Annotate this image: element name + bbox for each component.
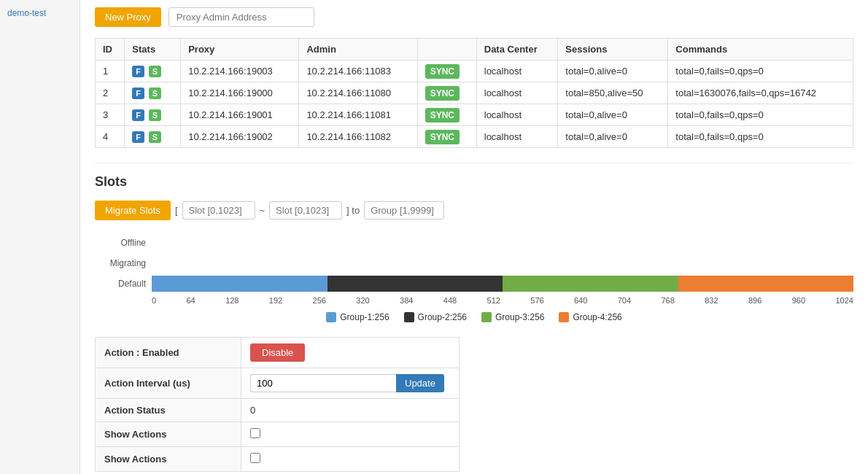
slots-title: Slots [95, 174, 853, 190]
axis-label: 896 [748, 296, 762, 305]
cell-stats: F S [125, 61, 181, 82]
bar-segment-group-2 [328, 276, 503, 292]
cell-commands: total=0,fails=0,qps=0 [668, 61, 853, 82]
offline-label: Offline [95, 238, 146, 248]
legend-label: Group-2:256 [418, 312, 467, 322]
interval-input[interactable] [250, 374, 396, 392]
axis-label: 512 [487, 296, 500, 305]
badge-s: S [149, 66, 161, 77]
migrate-slots-button[interactable]: Migrate Slots [95, 201, 171, 220]
legend-label: Group-4:256 [573, 312, 621, 322]
badge-f: F [132, 88, 144, 99]
default-label: Default [95, 279, 146, 289]
action-enabled-value: Disable [241, 338, 460, 368]
show-actions-checkbox-2[interactable] [250, 453, 260, 463]
table-row: 1 F S 10.2.214.166:19003 10.2.214.166:11… [96, 61, 853, 82]
cell-proxy: 10.2.214.166:19001 [181, 104, 299, 126]
chart-row-migrating: Migrating [95, 255, 853, 271]
axis-labels-container: 0641281922563203844485125766407047688328… [152, 296, 853, 305]
legend-color [559, 312, 569, 322]
show-actions-checkbox-1[interactable] [250, 428, 260, 438]
axis-label: 576 [530, 296, 543, 305]
legend-item: Group-4:256 [559, 312, 621, 322]
cell-admin: 10.2.214.166:11083 [299, 61, 417, 82]
cell-commands: total=1630076,fails=0,qps=16742 [668, 82, 853, 104]
legend-color [326, 312, 336, 322]
cell-proxy: 10.2.214.166:19002 [181, 126, 299, 148]
cell-sync: SYNC [417, 126, 476, 148]
action-enabled-row: Action : Enabled Disable [96, 338, 460, 368]
axis-label: 256 [313, 296, 326, 305]
proxy-table: ID Stats Proxy Admin Data Center Session… [95, 38, 853, 148]
cell-sessions: total=0,alive=0 [558, 61, 668, 82]
axis-label: 320 [356, 296, 369, 305]
legend-color [404, 312, 414, 322]
slot-from-input[interactable] [182, 201, 255, 219]
action-status-value: 0 [241, 399, 460, 422]
axis-label: 640 [574, 296, 587, 305]
badge-f: F [132, 131, 144, 143]
col-admin: Admin [299, 39, 417, 61]
axis-label: 704 [618, 296, 631, 305]
badge-f: F [132, 109, 144, 121]
cell-sync: SYNC [417, 82, 476, 104]
cell-sessions: total=850,alive=50 [558, 82, 668, 104]
axis-label: 384 [400, 296, 413, 305]
sync-badge: SYNC [425, 108, 460, 123]
bar-segment-group-3 [503, 276, 678, 292]
group-input[interactable] [364, 201, 444, 219]
axis-label: 128 [225, 296, 239, 305]
action-interval-value: Update [241, 368, 460, 399]
show-actions-row-2: Show Actions [96, 447, 460, 472]
bar-segment-group-4 [678, 276, 854, 292]
sidebar-demo-test-link[interactable]: demo-test [7, 8, 46, 18]
col-id: ID [96, 39, 125, 61]
proxy-admin-address-input[interactable] [168, 7, 314, 27]
cell-stats: F S [125, 104, 181, 126]
axis-label: 192 [269, 296, 282, 305]
chart-legend: Group-1:256 Group-2:256 Group-3:256 Grou… [95, 312, 853, 322]
divider [95, 163, 853, 163]
sync-badge: SYNC [425, 86, 460, 101]
slots-chart: Offline Migrating Default 06412819225632… [95, 235, 853, 305]
show-actions-checkbox-2-cell [241, 447, 460, 472]
disable-button[interactable]: Disable [250, 343, 305, 362]
slot-to-input[interactable] [269, 201, 342, 219]
action-panel: Action : Enabled Disable Action Interval… [95, 337, 460, 472]
cell-sync: SYNC [417, 104, 476, 126]
action-enabled-label: Action : Enabled [96, 338, 241, 368]
to-label: ] to [346, 205, 360, 216]
axis-label: 1024 [835, 296, 853, 305]
table-row: 4 F S 10.2.214.166:19002 10.2.214.166:11… [96, 126, 853, 148]
action-status-row: Action Status 0 [96, 399, 460, 422]
badge-f: F [132, 66, 144, 77]
sync-badge: SYNC [425, 64, 460, 79]
sidebar: demo-test [0, 0, 80, 474]
new-proxy-button[interactable]: New Proxy [95, 7, 161, 27]
col-commands: Commands [668, 39, 853, 61]
cell-datacenter: localhost [476, 82, 558, 104]
update-button[interactable]: Update [396, 374, 444, 392]
cell-stats: F S [125, 82, 181, 104]
table-row: 2 F S 10.2.214.166:19000 10.2.214.166:11… [96, 82, 853, 104]
axis-label: 960 [792, 296, 805, 305]
cell-datacenter: localhost [476, 126, 558, 148]
badge-s: S [149, 131, 161, 143]
legend-item: Group-1:256 [326, 312, 389, 322]
action-interval-label: Action Interval (us) [96, 368, 241, 399]
legend-color [481, 312, 492, 322]
cell-proxy: 10.2.214.166:19000 [181, 82, 299, 104]
col-datacenter: Data Center [476, 39, 558, 61]
cell-admin: 10.2.214.166:11082 [299, 126, 417, 148]
chart-axis: 0641281922563203844485125766407047688328… [152, 296, 853, 305]
legend-item: Group-2:256 [404, 312, 467, 322]
cell-sessions: total=0,alive=0 [558, 104, 668, 126]
col-proxy: Proxy [181, 39, 299, 61]
axis-label: 0 [152, 296, 156, 305]
show-actions-label-2: Show Actions [96, 447, 241, 472]
cell-sync: SYNC [417, 61, 476, 82]
action-status-label: Action Status [96, 399, 241, 422]
cell-proxy: 10.2.214.166:19003 [181, 61, 299, 82]
cell-id: 1 [96, 61, 125, 82]
show-actions-checkbox-1-cell [241, 422, 460, 447]
